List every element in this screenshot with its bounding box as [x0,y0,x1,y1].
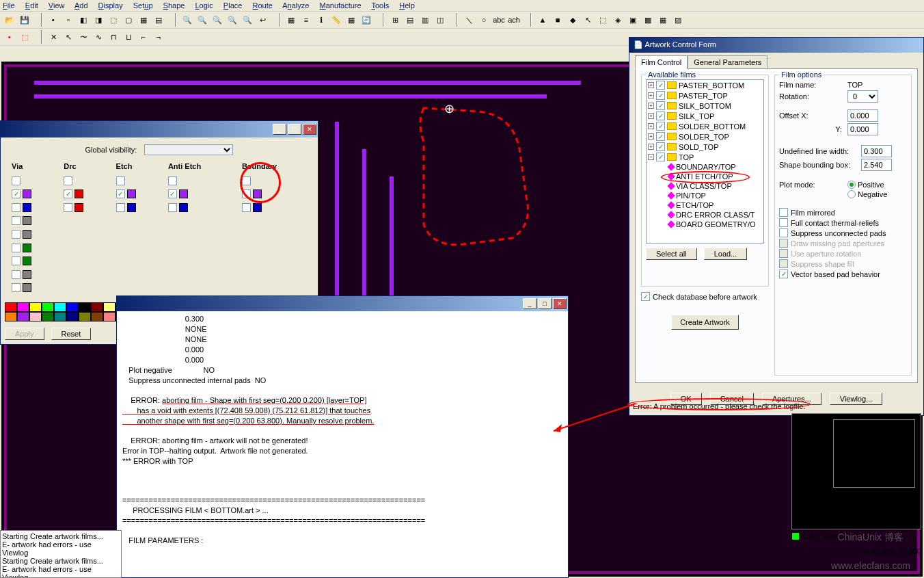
palette-swatch[interactable] [5,302,17,312]
tool-icon[interactable]: ⬚ [107,13,120,27]
color-swatch[interactable] [74,189,83,198]
palette-swatch[interactable] [91,302,103,312]
menu-tools[interactable]: Tools [372,1,390,10]
tool-icon[interactable]: ▪ [3,30,16,44]
tab-film-control[interactable]: Film Control [635,55,688,69]
color-swatch[interactable] [253,203,262,212]
zoom-in-icon[interactable]: 🔍 [180,13,194,27]
color-swatch[interactable] [23,230,31,239]
checkbox[interactable] [242,203,251,212]
film-tree[interactable]: +PASTER_BOTTOM +PASTER_TOP +SILK_BOTTOM … [646,79,764,244]
tool-icon[interactable]: ■ [551,13,565,27]
palette-swatch[interactable] [79,312,91,321]
zoom-out-icon[interactable]: 🔍 [195,13,209,27]
tool-icon[interactable]: ▤ [403,13,417,27]
checkbox[interactable] [12,230,21,239]
tool-icon[interactable]: ▥ [418,13,432,27]
text-icon[interactable]: abc [492,13,506,27]
color-swatch[interactable] [23,244,31,252]
tool-icon[interactable]: ◫ [433,13,447,27]
palette-swatch[interactable] [66,302,79,312]
tab-general-params[interactable]: General Parameters [688,55,767,68]
tool-icon[interactable]: ⬚ [18,30,31,44]
palette-swatch[interactable] [17,302,29,312]
vector-pad-checkbox[interactable] [779,270,788,278]
info-icon[interactable]: ℹ [314,13,328,27]
maximize-button[interactable]: □ [288,124,301,135]
select-all-button[interactable]: Select all [646,248,697,260]
checkbox[interactable] [168,203,177,212]
checkbox[interactable] [242,189,251,198]
palette-swatch[interactable] [91,312,103,321]
tool-icon[interactable]: ⊓ [107,30,120,44]
tool-icon[interactable]: 〜 [77,30,90,44]
suppress-pads-checkbox[interactable] [779,228,788,237]
line-icon[interactable]: ＼ [462,13,476,27]
tool-icon[interactable]: ∿ [92,30,105,44]
tool-icon[interactable]: ▢ [122,13,135,27]
color-swatch[interactable] [253,189,262,198]
tool-icon[interactable]: ◈ [611,13,625,27]
menu-setup[interactable]: Setup [133,1,153,10]
palette-swatch[interactable] [17,312,29,321]
palette-swatch[interactable] [54,312,66,321]
tool-icon[interactable]: ⬚ [596,13,610,27]
checkbox[interactable] [12,176,21,185]
tool-icon[interactable]: ◨ [92,13,105,27]
apply-button[interactable]: Apply [5,328,44,340]
tool-icon[interactable]: ▫ [62,13,75,27]
palette-swatch[interactable] [79,302,91,312]
plot-negative-radio[interactable] [847,190,856,198]
layers-icon[interactable]: ≡ [299,13,313,27]
tool-icon[interactable]: ⌐ [137,30,150,44]
tool-icon[interactable]: ▣ [626,13,640,27]
tool-icon[interactable]: ▪ [46,13,60,27]
tool-icon[interactable]: ⊔ [122,30,135,44]
tool-icon[interactable]: ↖ [62,30,75,44]
checkbox[interactable] [12,283,21,292]
film-mirrored-checkbox[interactable] [779,208,788,217]
color-swatch[interactable] [179,203,188,212]
color-swatch[interactable] [74,203,83,212]
color-swatch[interactable] [23,283,31,292]
color-swatch[interactable] [127,203,136,212]
save-icon[interactable]: 💾 [18,13,31,27]
color-swatch[interactable] [23,270,31,279]
palette-swatch[interactable] [103,302,116,312]
viewlog-button[interactable]: Viewlog... [830,393,883,405]
grid-icon[interactable]: ⊞ [388,13,402,27]
tool-icon[interactable]: ▦ [344,13,358,27]
zoom-window-icon[interactable]: 🔍 [226,13,239,27]
create-artwork-button[interactable]: Create Artwork [671,315,739,330]
palette-swatch[interactable] [103,312,116,321]
palette-swatch[interactable] [29,312,42,321]
world-view[interactable] [791,413,921,529]
tool-icon[interactable]: ◆ [566,13,580,27]
palette-swatch[interactable] [5,312,17,321]
command-value[interactable]: artwork [823,532,847,540]
thermal-reliefs-checkbox[interactable] [779,218,788,227]
checkbox[interactable] [12,257,21,265]
plot-positive-radio[interactable] [847,181,856,189]
checkbox[interactable] [12,189,21,198]
refresh-icon[interactable]: 🔄 [359,13,373,27]
color-swatch[interactable] [127,189,136,198]
menu-logic[interactable]: Logic [195,1,213,10]
maximize-button[interactable]: □ [538,298,552,309]
circle-icon[interactable]: ○ [477,13,491,27]
tool-icon[interactable]: ▦ [656,13,670,27]
offset-y-input[interactable] [847,123,878,135]
shape-bbox-input[interactable] [861,159,892,171]
tool-icon[interactable]: ▤ [152,13,165,27]
minimize-button[interactable]: _ [523,298,536,309]
reset-button[interactable]: Reset [51,328,92,340]
checkbox[interactable] [12,270,21,279]
menu-manufacture[interactable]: Manufacture [319,1,361,10]
checkbox[interactable] [168,176,177,185]
rotation-select[interactable]: 0 [847,90,878,103]
menu-file[interactable]: File [3,1,15,10]
checkbox[interactable] [242,176,251,185]
color-swatch[interactable] [23,189,31,198]
undef-line-width-input[interactable] [861,145,892,157]
color-swatch[interactable] [23,257,31,265]
